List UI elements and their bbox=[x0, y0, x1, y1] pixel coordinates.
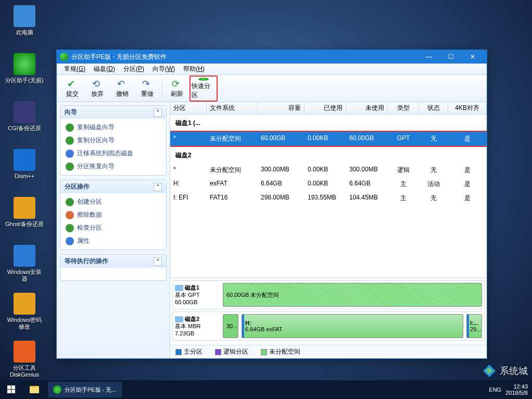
wizard-copy-partition[interactable]: 复制分区向导 bbox=[62, 134, 164, 147]
discard-button[interactable]: 放弃 bbox=[85, 77, 110, 100]
selected-row-highlight: * 未分配空间 60.00GB 0.00KB 60.00GB GPT 无 是 bbox=[170, 131, 487, 147]
taskbar-app-button[interactable]: 分区助手PE版 - 无... bbox=[48, 382, 122, 397]
discard-icon bbox=[92, 78, 103, 89]
primary-swatch-icon bbox=[175, 349, 182, 355]
start-button[interactable] bbox=[0, 380, 23, 399]
op-check[interactable]: 检查分区 bbox=[62, 221, 164, 234]
menu-disk[interactable]: 磁盘(D) bbox=[90, 64, 119, 74]
svg-rect-7 bbox=[30, 388, 39, 393]
legend-unalloc: 未分配空间 bbox=[261, 347, 300, 356]
primary-stripe-icon bbox=[467, 315, 469, 338]
op-icon bbox=[66, 211, 74, 219]
explorer-button[interactable] bbox=[23, 380, 46, 399]
desktop-icon-diskgenius[interactable]: 分区工具DiskGenius bbox=[5, 341, 44, 382]
menu-help[interactable]: 帮助(H) bbox=[179, 64, 209, 74]
disk1-header[interactable]: 磁盘1 (... bbox=[170, 115, 487, 131]
maximize-button[interactable]: ☐ bbox=[440, 50, 462, 64]
op-create[interactable]: 创建分区 bbox=[62, 195, 164, 208]
desktop-icons: 此电脑 分区助手(无损) CGI备份还原 Dism++ Ghost备份还原 Wi… bbox=[5, 5, 47, 389]
desktop-icon-pa[interactable]: 分区助手(无损) bbox=[5, 53, 44, 95]
table-row[interactable]: H: exFAT 6.64GB 0.00KB 6.64GB 主 活动 是 bbox=[170, 177, 487, 191]
legend: 主分区 逻辑分区 未分配空间 bbox=[170, 345, 487, 358]
refresh-icon bbox=[172, 78, 182, 89]
ops-panel-title: 分区操作 bbox=[65, 182, 90, 191]
desktop-icon-cgi[interactable]: CGI备份还原 bbox=[5, 101, 44, 143]
undo-icon bbox=[117, 78, 128, 89]
window-title: 分区助手PE版 - 无损分区免费软件 bbox=[71, 53, 418, 61]
col-status[interactable]: 状态 bbox=[419, 102, 448, 114]
quick-partition-button[interactable]: 快速分区 bbox=[191, 77, 216, 100]
col-fs[interactable]: 文件系统 bbox=[207, 102, 258, 114]
col-align[interactable]: 4KB对齐 bbox=[448, 102, 487, 114]
table-row[interactable]: * 未分配空间 60.00GB 0.00KB 60.00GB GPT 无 是 bbox=[170, 132, 487, 146]
desktop-icon-thispc[interactable]: 此电脑 bbox=[5, 5, 44, 47]
desktop-icon-dism[interactable]: Dism++ bbox=[5, 149, 44, 191]
tray-lang[interactable]: ENG bbox=[489, 386, 501, 393]
disk-maps: 磁盘1 基本 GPT 60.00GB 60.00GB 未分配空间 磁盘2 基本 … bbox=[170, 278, 487, 345]
menu-general[interactable]: 常规(G) bbox=[60, 64, 90, 74]
desktop-icon-ghost[interactable]: Ghost备份还原 bbox=[5, 197, 44, 239]
pending-panel-title: 等待执行的操作 bbox=[65, 257, 108, 266]
wizard-icon bbox=[66, 163, 74, 171]
svg-rect-3 bbox=[11, 385, 15, 389]
disk1-info: 磁盘1 基本 GPT 60.00GB bbox=[175, 283, 220, 307]
desktop-icon-wininst[interactable]: Windows安装器 bbox=[5, 245, 44, 286]
wizard-migrate-ssd[interactable]: 迁移系统到固态磁盘 bbox=[62, 147, 164, 160]
disk1-map[interactable]: 磁盘1 基本 GPT 60.00GB 60.00GB 未分配空间 bbox=[172, 280, 485, 309]
op-wipe[interactable]: 擦除数据 bbox=[62, 208, 164, 221]
col-capacity[interactable]: 容量 bbox=[258, 102, 305, 114]
tray-clock[interactable]: 12:43 2018/5/8 bbox=[505, 383, 528, 396]
quick-partition-icon bbox=[198, 78, 209, 81]
windows-icon bbox=[7, 385, 16, 394]
system-tray[interactable]: ENG 12:43 2018/5/8 bbox=[489, 383, 532, 396]
table-row[interactable]: * 未分配空间 300.00MB 0.00KB 300.00MB 逻辑 无 是 bbox=[170, 163, 487, 177]
op-icon bbox=[66, 224, 74, 232]
wizard-panel: 向导˄ 复制磁盘向导 复制分区向导 迁移系统到固态磁盘 分区恢复向导 bbox=[60, 105, 167, 176]
partition-list: 磁盘1 (... * 未分配空间 60.00GB 0.00KB 60.00GB … bbox=[170, 115, 487, 278]
wizard-recover[interactable]: 分区恢复向导 bbox=[62, 160, 164, 173]
commit-button[interactable]: 提交 bbox=[60, 77, 85, 100]
desktop-icon-winpwd[interactable]: Windows密码修改 bbox=[5, 293, 44, 334]
segment-unallocated[interactable]: 60.00GB 未分配空间 bbox=[223, 283, 482, 307]
menubar: 常规(G) 磁盘(D) 分区(P) 向导(W) 帮助(H) bbox=[57, 64, 487, 75]
segment-i[interactable]: I:...29... bbox=[466, 314, 482, 338]
segment-h[interactable]: H:6.64GB exFAT bbox=[242, 314, 463, 338]
col-unused[interactable]: 未使用 bbox=[346, 102, 388, 114]
op-properties[interactable]: 属性 bbox=[62, 234, 164, 247]
col-type[interactable]: 类型 bbox=[388, 102, 419, 114]
wizard-icon bbox=[66, 123, 74, 132]
collapse-icon[interactable]: ˄ bbox=[154, 257, 162, 266]
refresh-button[interactable]: 刷新 bbox=[164, 77, 189, 100]
disk2-info: 磁盘2 基本 MBR 7.23GB bbox=[175, 314, 220, 338]
watermark-icon bbox=[482, 364, 497, 378]
op-icon bbox=[66, 198, 74, 206]
sidebar: 向导˄ 复制磁盘向导 复制分区向导 迁移系统到固态磁盘 分区恢复向导 分区操作˄… bbox=[57, 102, 170, 358]
redo-button[interactable]: 重做 bbox=[135, 77, 160, 100]
col-partition[interactable]: 分区 bbox=[170, 102, 207, 114]
close-button[interactable]: ✕ bbox=[462, 50, 484, 64]
collapse-icon[interactable]: ˄ bbox=[154, 183, 162, 191]
svg-rect-4 bbox=[7, 390, 11, 393]
quick-partition-highlight: 快速分区 bbox=[189, 76, 218, 102]
svg-rect-2 bbox=[7, 385, 11, 389]
table-row[interactable]: I: EFI FAT16 298.00MB 193.55MB 104.45MB … bbox=[170, 191, 487, 205]
disk2-map[interactable]: 磁盘2 基本 MBR 7.23GB 30... H:6.64GB exFAT I… bbox=[172, 311, 485, 341]
minimize-button[interactable]: — bbox=[418, 50, 440, 64]
segment-unallocated-small[interactable]: 30... bbox=[223, 314, 238, 338]
taskbar: 分区助手PE版 - 无... ENG 12:43 2018/5/8 bbox=[0, 380, 532, 399]
menu-partition[interactable]: 分区(P) bbox=[119, 64, 148, 74]
titlebar[interactable]: 分区助手PE版 - 无损分区免费软件 — ☐ ✕ bbox=[57, 50, 487, 64]
check-icon bbox=[67, 78, 78, 89]
column-headers: 分区 文件系统 容量 已使用 未使用 类型 状态 4KB对齐 bbox=[170, 102, 487, 115]
wizard-icon bbox=[66, 149, 74, 158]
collapse-icon[interactable]: ˄ bbox=[154, 108, 162, 117]
undo-button[interactable]: 撤销 bbox=[110, 77, 135, 100]
app-icon bbox=[60, 53, 68, 61]
wizard-copy-disk[interactable]: 复制磁盘向导 bbox=[62, 121, 164, 134]
disk2-header[interactable]: 磁盘2 bbox=[170, 147, 487, 163]
app-icon bbox=[53, 385, 61, 394]
partition-assistant-window: 分区助手PE版 - 无损分区免费软件 — ☐ ✕ 常规(G) 磁盘(D) 分区(… bbox=[56, 49, 487, 359]
col-used[interactable]: 已使用 bbox=[305, 102, 346, 114]
menu-wizard[interactable]: 向导(W) bbox=[148, 64, 179, 74]
operations-panel: 分区操作˄ 创建分区 擦除数据 检查分区 属性 bbox=[60, 180, 167, 250]
